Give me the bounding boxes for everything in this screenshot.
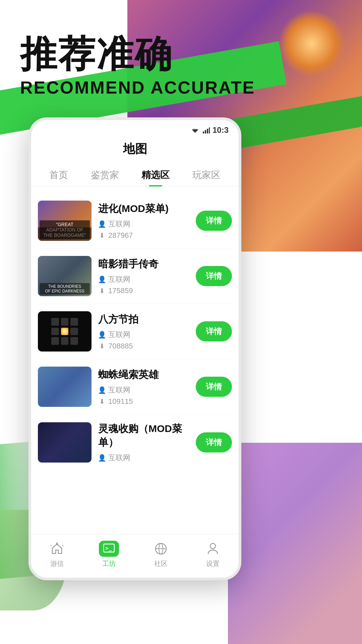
detail-button[interactable]: 详情 [196, 211, 232, 231]
svg-rect-5 [209, 127, 210, 133]
game-meta: 👤 互联网 ⬇ 109115 [98, 385, 189, 406]
app-title: 地图 [31, 138, 239, 164]
nav-label-workshop: 工坊 [102, 559, 116, 568]
svg-rect-4 [207, 129, 208, 133]
tab-home[interactable]: 首页 [43, 164, 75, 186]
svg-rect-3 [205, 130, 206, 133]
game-info: 八方节拍 👤 互联网 ⬇ 708885 [98, 313, 189, 351]
game-source-row: 👤 互联网 [98, 219, 189, 229]
detail-button[interactable]: 详情 [196, 432, 232, 452]
person-icon: 👤 [98, 220, 106, 228]
svg-line-7 [51, 545, 52, 546]
nav-label-settings: 设置 [206, 559, 220, 568]
list-item: 蜘蛛绳索英雄 👤 互联网 ⬇ 109115 详情 [38, 359, 232, 415]
game-source: 互联网 [108, 274, 130, 284]
detail-button[interactable]: 详情 [196, 321, 232, 341]
tab-navigation: 首页 鉴赏家 精选区 玩家区 [31, 164, 239, 186]
signal-icon [202, 127, 210, 133]
nav-label-community: 社区 [154, 559, 168, 568]
game-source: 互联网 [108, 453, 130, 463]
grid-pattern [51, 318, 78, 345]
svg-point-15 [210, 543, 216, 549]
status-bar: 10:3 [31, 120, 239, 138]
game-downloads: 287967 [108, 231, 133, 240]
game-meta: 👤 互联网 [98, 453, 189, 463]
nav-item-youxin[interactable]: 游信 [49, 540, 65, 568]
status-icons: 10:3 [190, 125, 229, 135]
game-title: 灵魂收购（MOD菜单） [98, 422, 189, 449]
detail-button[interactable]: 详情 [196, 266, 232, 286]
game-thumbnail: THE BOUNDRIESOF EPIC DARKNESS [38, 256, 92, 296]
game-source: 互联网 [108, 330, 130, 340]
game-source: 互联网 [108, 219, 130, 229]
game-source-row: 👤 互联网 [98, 330, 189, 340]
game-source-row: 👤 互联网 [98, 385, 189, 395]
person-icon: 👤 [98, 386, 106, 394]
settings-icon [204, 540, 221, 557]
game-info: 进化(MOD菜单) 👤 互联网 ⬇ 287967 [98, 202, 189, 240]
person-icon: 👤 [98, 276, 106, 283]
svg-text:>_: >_ [105, 545, 112, 551]
nav-item-settings[interactable]: 设置 [204, 540, 221, 568]
game-thumbnail [38, 422, 92, 463]
download-icon: ⬇ [98, 232, 106, 239]
home-icon [49, 540, 65, 557]
time-display: 10:3 [213, 125, 229, 135]
game-thumbnail [38, 311, 92, 352]
game-info: 暗影猎手传奇 👤 互联网 ⬇ 175859 [98, 257, 189, 295]
game-info: 蜘蛛绳索英雄 👤 互联网 ⬇ 109115 [98, 368, 189, 406]
nav-item-workshop[interactable]: >_ 工坊 [101, 540, 117, 568]
list-item: THE BOUNDRIESOF EPIC DARKNESS 暗影猎手传奇 👤 互… [38, 249, 232, 304]
download-icon: ⬇ [98, 398, 106, 405]
tab-player[interactable]: 玩家区 [186, 164, 227, 186]
game-title: 蜘蛛绳索英雄 [98, 368, 189, 382]
game-downloads-row: ⬇ 708885 [98, 342, 189, 351]
person-icon: 👤 [98, 454, 106, 462]
bottom-navigation: 游信 >_ 工坊 社区 [31, 534, 239, 578]
game-source-row: 👤 互联网 [98, 453, 189, 463]
person-icon: 👤 [98, 331, 106, 338]
tab-featured[interactable]: 精选区 [135, 164, 176, 186]
phone-mockup: 10:3 地图 首页 鉴赏家 精选区 玩家区 "GREAT ADAPTATION… [28, 117, 241, 580]
nav-item-community[interactable]: 社区 [153, 540, 169, 568]
hero-english-text: RECOMMEND ACCURATE [20, 77, 255, 98]
svg-rect-2 [203, 131, 204, 133]
workshop-icon: >_ [101, 540, 117, 557]
community-icon [153, 540, 169, 557]
svg-point-6 [56, 543, 58, 545]
game-downloads: 109115 [108, 397, 133, 406]
game-downloads: 708885 [108, 342, 133, 351]
game-thumbnail [38, 367, 92, 407]
bg-game-art-bottom [228, 443, 362, 644]
nav-label-youxin: 游信 [50, 559, 64, 568]
game-title: 八方节拍 [98, 313, 189, 326]
game-downloads: 175859 [108, 286, 133, 295]
game-meta: 👤 互联网 ⬇ 708885 [98, 330, 189, 351]
game-meta: 👤 互联网 ⬇ 175859 [98, 274, 189, 295]
hero-chinese-text: 推荐准确 [20, 34, 255, 74]
game-thumbnail: "GREAT ADAPTATION OF THE BOARDGAME" [38, 201, 92, 241]
list-item: 八方节拍 👤 互联网 ⬇ 708885 详情 [38, 304, 232, 359]
game-title: 暗影猎手传奇 [98, 257, 189, 271]
game-list: "GREAT ADAPTATION OF THE BOARDGAME" 进化(M… [31, 193, 239, 470]
download-icon: ⬇ [98, 287, 106, 294]
download-icon: ⬇ [98, 342, 106, 350]
game-source-row: 👤 互联网 [98, 274, 189, 284]
list-item: 灵魂收购（MOD菜单） 👤 互联网 详情 [38, 415, 232, 470]
game-source: 互联网 [108, 385, 130, 395]
game-downloads-row: ⬇ 109115 [98, 397, 189, 406]
game-info: 灵魂收购（MOD菜单） 👤 互联网 [98, 422, 189, 463]
game-title: 进化(MOD菜单) [98, 202, 189, 216]
wifi-icon [190, 127, 200, 133]
list-item: "GREAT ADAPTATION OF THE BOARDGAME" 进化(M… [38, 193, 232, 249]
svg-line-8 [62, 545, 63, 546]
game-meta: 👤 互联网 ⬇ 287967 [98, 219, 189, 240]
detail-button[interactable]: 详情 [196, 377, 232, 397]
tab-connoisseur[interactable]: 鉴赏家 [84, 164, 126, 186]
hero-section: 推荐准确 RECOMMEND ACCURATE [20, 34, 255, 98]
game-downloads-row: ⬇ 175859 [98, 286, 189, 295]
game-downloads-row: ⬇ 287967 [98, 231, 189, 240]
